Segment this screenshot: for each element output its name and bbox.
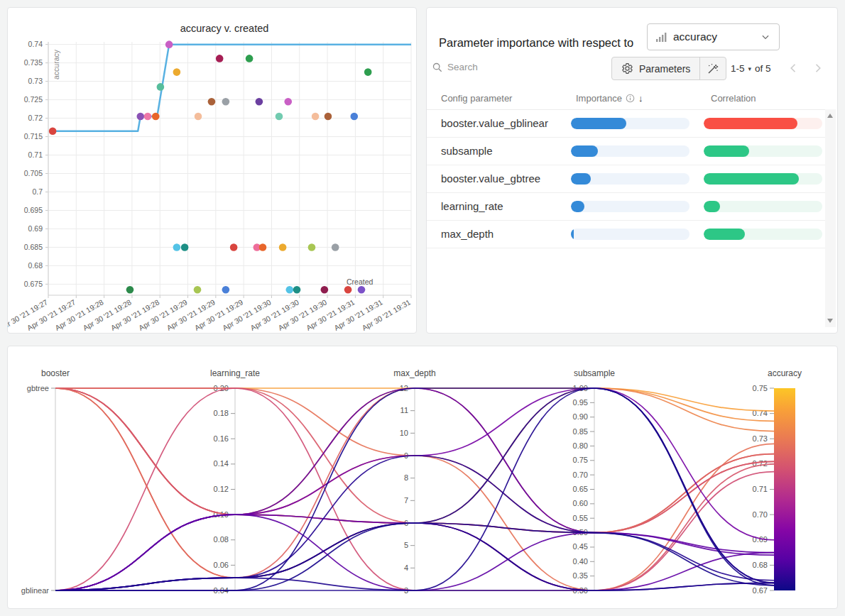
y-tick-label: 0.72: [28, 114, 43, 122]
axis-tick-label: 4: [404, 563, 408, 572]
sort-descending-icon[interactable]: ↓: [638, 93, 643, 104]
parameters-button-label: Parameters: [639, 63, 690, 75]
parallel-coordinates-panel: boostergbtreegblinearlearning_rate0.200.…: [7, 346, 838, 609]
scroll-up-icon[interactable]: [827, 114, 833, 118]
scatter-point[interactable]: [222, 286, 230, 294]
next-page-button[interactable]: [811, 62, 825, 76]
axis-tick-label: 0.14: [214, 459, 229, 468]
scatter-point[interactable]: [284, 98, 292, 106]
axis-title: accuracy: [768, 368, 802, 378]
scatter-point[interactable]: [49, 127, 57, 135]
pagination-range-dropdown[interactable]: 1-5 ▾ of 5: [731, 63, 771, 74]
parameters-button-group: Parameters: [611, 57, 726, 80]
axis-tick-label: 0.95: [573, 398, 588, 407]
accuracy-colorbar: [774, 388, 795, 590]
scatter-point[interactable]: [165, 40, 173, 48]
scatter-point[interactable]: [194, 286, 202, 294]
y-tick-label: 0.735: [24, 58, 43, 67]
scatter-point[interactable]: [344, 286, 352, 294]
scatter-point[interactable]: [173, 68, 181, 76]
scatter-point[interactable]: [358, 286, 366, 294]
scatter-point[interactable]: [136, 113, 144, 121]
axis-tick-label: 5: [404, 541, 408, 549]
scatter-point[interactable]: [332, 243, 339, 251]
scatter-point[interactable]: [350, 113, 358, 121]
scatter-point[interactable]: [230, 243, 238, 251]
scatter-point[interactable]: [259, 243, 267, 251]
y-tick-label: 0.73: [28, 77, 43, 85]
chart-title: accuracy v. created: [180, 23, 269, 34]
table-row[interactable]: max_depth: [427, 221, 826, 248]
scatter-point[interactable]: [126, 286, 134, 294]
y-tick-label: 0.675: [24, 280, 43, 288]
x-tick-label: Apr 30 '21 19:31: [361, 297, 413, 332]
scatter-point[interactable]: [157, 83, 165, 91]
y-tick-label: 0.68: [28, 261, 43, 270]
axis-title: booster: [41, 368, 70, 378]
table-row[interactable]: subsample: [427, 138, 826, 165]
scatter-point[interactable]: [293, 286, 301, 294]
axis-tick-label: 0.60: [573, 499, 588, 507]
axis-tick-label: 0.73: [753, 434, 768, 443]
axis-tick-label: 10: [400, 429, 408, 437]
axis-tick-label: 0.65: [573, 485, 588, 493]
metric-select-value: accuracy: [673, 31, 717, 43]
scatter-point[interactable]: [308, 243, 316, 251]
correlation-bar: [704, 201, 822, 212]
config-parameter-name: booster.value_gbtree: [441, 165, 540, 192]
axis-title: learning_rate: [210, 368, 260, 378]
scatter-point[interactable]: [364, 68, 372, 76]
info-icon[interactable]: [626, 94, 635, 103]
correlation-bar: [704, 229, 822, 240]
table-row[interactable]: booster.value_gbtree: [427, 165, 826, 193]
scatter-point[interactable]: [325, 113, 332, 121]
importance-bar: [571, 118, 689, 129]
y-tick-label: 0.705: [24, 169, 43, 177]
axis-tick-label: 0.70: [753, 510, 768, 519]
scatter-point[interactable]: [246, 55, 254, 62]
table-row[interactable]: learning_rate: [427, 193, 826, 221]
scatter-point[interactable]: [279, 243, 287, 251]
table-scrollbar[interactable]: [825, 109, 836, 327]
y-tick-label: 0.7: [32, 187, 43, 196]
config-parameter-name: max_depth: [441, 221, 494, 248]
scatter-point[interactable]: [181, 243, 189, 251]
y-tick-label: 0.69: [28, 224, 43, 233]
column-correlation: Correlation: [711, 93, 756, 104]
scatter-point[interactable]: [321, 286, 329, 294]
scatter-point[interactable]: [216, 55, 224, 62]
scatter-point[interactable]: [144, 113, 152, 121]
parameter-table: booster.value_gblinearsubsamplebooster.v…: [427, 109, 826, 248]
config-parameter-name: learning_rate: [441, 193, 503, 220]
magic-wand-button[interactable]: [700, 57, 726, 79]
table-row[interactable]: booster.value_gblinear: [427, 110, 826, 138]
parameters-button[interactable]: Parameters: [612, 57, 700, 79]
axis-tick-label: gblinear: [21, 586, 49, 595]
axis-tick-label: gbtree: [27, 384, 49, 392]
scatter-point[interactable]: [195, 113, 202, 121]
scatter-point[interactable]: [208, 98, 216, 106]
search-input[interactable]: Search: [432, 62, 478, 72]
scatter-point[interactable]: [256, 98, 263, 106]
parallel-coordinates-chart[interactable]: boostergbtreegblinearlearning_rate0.200.…: [8, 346, 839, 610]
scroll-down-icon[interactable]: [827, 319, 833, 323]
scatter-point[interactable]: [312, 113, 320, 121]
metric-select[interactable]: accuracy: [647, 23, 780, 50]
axis-title: max_depth: [393, 368, 435, 378]
pagination-total: of 5: [755, 63, 771, 74]
scatter-point[interactable]: [173, 243, 181, 251]
y-tick-label: 0.74: [28, 40, 43, 48]
scatter-point[interactable]: [152, 113, 160, 121]
scatter-chart-panel: accuracy v. created0.6750.680.6850.690.6…: [7, 7, 417, 334]
axis-tick-label: 0.18: [214, 409, 229, 417]
axis-tick-label: 0.90: [573, 412, 588, 421]
y-tick-label: 0.725: [24, 95, 43, 104]
config-parameter-name: subsample: [441, 138, 493, 165]
scatter-point[interactable]: [286, 286, 294, 294]
previous-page-button[interactable]: [787, 62, 802, 76]
magic-wand-icon: [707, 62, 719, 75]
axis-title: subsample: [574, 368, 615, 378]
accuracy-vs-created-chart[interactable]: accuracy v. created0.6750.680.6850.690.6…: [8, 8, 418, 334]
scatter-point[interactable]: [276, 113, 283, 121]
scatter-point[interactable]: [222, 98, 230, 106]
